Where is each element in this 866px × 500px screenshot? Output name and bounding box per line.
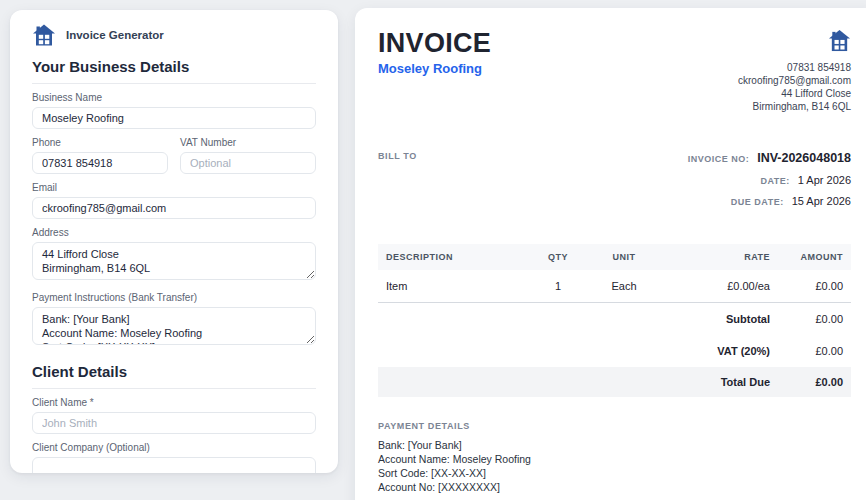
client-company-label: Client Company (Optional) <box>32 442 316 453</box>
business-name-field-group: Business Name <box>32 92 316 129</box>
invoice-due-date-row: DUE DATE: 15 Apr 2026 <box>688 195 851 207</box>
email-input[interactable] <box>32 197 316 219</box>
invoice-number-label: INVOICE NO: <box>688 154 750 164</box>
col-header-qty: QTY <box>528 244 588 270</box>
address-textarea[interactable]: 44 Lifford Close Birmingham, B14 6QL <box>32 242 316 280</box>
vat-value: £0.00 <box>778 335 851 367</box>
client-name-field-group: Client Name * <box>32 397 316 434</box>
divider <box>32 83 316 84</box>
col-header-rate: RATE <box>660 244 778 270</box>
table-header-row: DESCRIPTION QTY UNIT RATE AMOUNT <box>378 244 851 270</box>
client-company-field-group: Client Company (Optional) <box>32 442 316 473</box>
payment-instructions-field-group: Payment Instructions (Bank Transfer) Ban… <box>32 292 316 349</box>
vat-number-input[interactable] <box>180 152 316 174</box>
email-label: Email <box>32 182 316 193</box>
payment-details-heading: PAYMENT DETAILS <box>378 421 851 431</box>
payment-detail-account-name: Account Name: Moseley Roofing <box>378 452 851 466</box>
invoice-due-date-value: 15 Apr 2026 <box>792 195 851 207</box>
contact-phone: 07831 854918 <box>738 61 851 74</box>
email-field-group: Email <box>32 182 316 219</box>
item-qty: 1 <box>528 270 588 303</box>
vat-field-group: VAT Number <box>180 137 316 174</box>
invoice-number-value: INV-2026048018 <box>757 151 851 165</box>
address-field-group: Address 44 Lifford Close Birmingham, B14… <box>32 227 316 284</box>
invoice-preview-panel: INVOICE Moseley Roofing 07831 854918 <box>355 8 866 500</box>
item-description: Item <box>378 270 528 303</box>
invoice-date-value: 1 Apr 2026 <box>798 174 851 186</box>
total-due-label: Total Due <box>660 367 778 397</box>
business-section-heading: Your Business Details <box>32 58 316 75</box>
phone-input[interactable] <box>32 152 168 174</box>
phone-label: Phone <box>32 137 168 148</box>
payment-instructions-textarea[interactable]: Bank: [Your Bank] Account Name: Moseley … <box>32 307 316 345</box>
subtotal-row: Subtotal £0.00 <box>378 303 851 336</box>
total-due-row: Total Due £0.00 <box>378 367 851 397</box>
contact-address-line2: Birmingham, B14 6QL <box>738 100 851 113</box>
item-rate: £0.00/ea <box>660 270 778 303</box>
payment-detail-account-no: Account No: [XXXXXXXX] <box>378 480 851 494</box>
house-logo-icon <box>828 43 851 60</box>
col-header-unit: UNIT <box>588 244 660 270</box>
client-name-label: Client Name * <box>32 397 316 408</box>
subtotal-value: £0.00 <box>778 303 851 336</box>
invoice-due-date-label: DUE DATE: <box>731 197 784 207</box>
business-name-input[interactable] <box>32 107 316 129</box>
item-amount: £0.00 <box>778 270 851 303</box>
table-row: Item 1 Each £0.00/ea £0.00 <box>378 270 851 303</box>
contact-address-line1: 44 Lifford Close <box>738 87 851 100</box>
vat-number-label: VAT Number <box>180 137 316 148</box>
bill-to-label: BILL TO <box>378 151 417 216</box>
line-items-table: DESCRIPTION QTY UNIT RATE AMOUNT Item 1 … <box>378 244 851 397</box>
invoice-title: INVOICE <box>378 28 491 58</box>
address-label: Address <box>32 227 316 238</box>
payment-instructions-label: Payment Instructions (Bank Transfer) <box>32 292 316 303</box>
invoice-date-label: DATE: <box>760 176 789 186</box>
col-header-amount: AMOUNT <box>778 244 851 270</box>
house-logo-icon <box>32 23 56 47</box>
divider <box>32 388 316 389</box>
payment-details-section: PAYMENT DETAILS Bank: [Your Bank] Accoun… <box>378 421 851 494</box>
invoice-number-row: INVOICE NO: INV-2026048018 <box>688 151 851 165</box>
invoice-business-name: Moseley Roofing <box>378 61 491 76</box>
business-name-label: Business Name <box>32 92 316 103</box>
item-unit: Each <box>588 270 660 303</box>
client-name-input[interactable] <box>32 412 316 434</box>
contact-email: ckroofing785@gmail.com <box>738 74 851 87</box>
total-due-value: £0.00 <box>778 367 851 397</box>
client-section-heading: Client Details <box>32 363 316 380</box>
client-company-input[interactable] <box>32 457 316 473</box>
invoice-generator-app: Invoice Generator Your Business Details … <box>0 0 866 500</box>
app-brand: Invoice Generator <box>32 22 316 48</box>
app-title: Invoice Generator <box>66 29 164 41</box>
vat-row: VAT (20%) £0.00 <box>378 335 851 367</box>
form-panel: Invoice Generator Your Business Details … <box>10 10 338 473</box>
subtotal-label: Subtotal <box>660 303 778 336</box>
payment-detail-bank: Bank: [Your Bank] <box>378 438 851 452</box>
phone-field-group: Phone <box>32 137 168 174</box>
col-header-description: DESCRIPTION <box>378 244 528 270</box>
payment-detail-sort-code: Sort Code: [XX-XX-XX] <box>378 466 851 480</box>
invoice-date-row: DATE: 1 Apr 2026 <box>688 174 851 186</box>
vat-label: VAT (20%) <box>660 335 778 367</box>
